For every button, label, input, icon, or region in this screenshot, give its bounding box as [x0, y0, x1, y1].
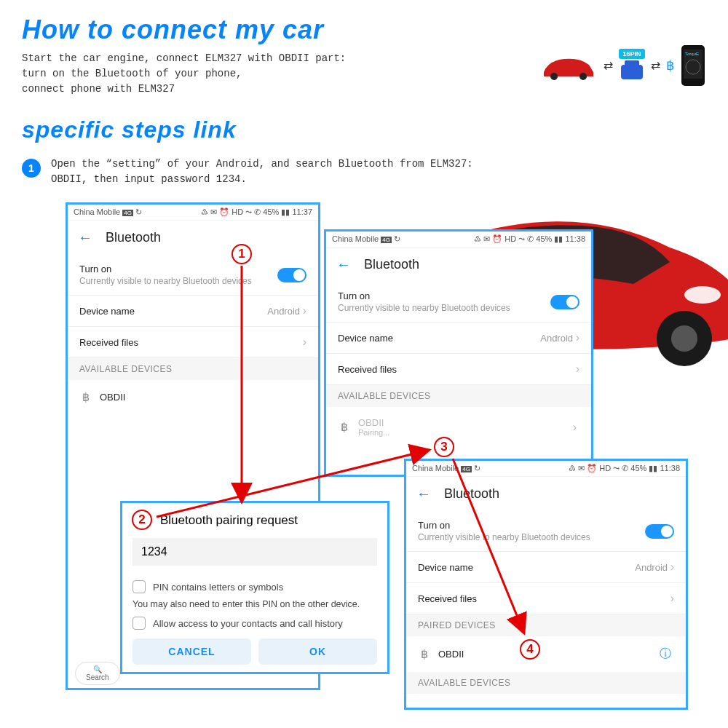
phone-icon: TorquE — [680, 44, 706, 87]
back-arrow-icon[interactable]: ← — [416, 486, 431, 502]
section-title: specific steps link — [22, 116, 237, 143]
bluetooth-toggle[interactable] — [645, 524, 674, 539]
device-row-obdii-pairing[interactable]: ฿ OBDIIPairing... › — [326, 407, 591, 447]
available-devices-label: AVAILABLE DEVICES — [406, 672, 686, 694]
ok-button[interactable]: OK — [258, 638, 377, 665]
main-title: How to connect my car — [22, 15, 324, 45]
device-row-obdii[interactable]: ฿OBDII — [68, 380, 318, 414]
turn-on-row[interactable]: Turn onCurrently visible to nearby Bluet… — [326, 282, 591, 323]
svg-rect-7 — [621, 65, 643, 79]
back-arrow-icon[interactable]: ← — [78, 229, 92, 246]
status-bar: China Mobile 4G ↻ ♳ ✉ ⏰ HD ⤳ ✆ 45% ▮▮ 11… — [326, 232, 591, 248]
received-files-row[interactable]: Received files› — [326, 354, 591, 385]
device-name-row[interactable]: Device name Android › — [326, 323, 591, 354]
screen-header: ← Bluetooth — [406, 477, 686, 511]
svg-point-3 — [671, 325, 697, 352]
step-bullet: 1 — [22, 159, 41, 178]
device-row-obdii-paired[interactable]: ฿OBDII ⓘ — [406, 636, 686, 672]
annotation-circle-1: 1 — [232, 244, 252, 264]
bluetooth-icon: ฿ — [666, 58, 674, 74]
svg-point-6 — [579, 73, 587, 80]
annotation-circle-3: 3 — [434, 437, 454, 457]
search-icon: 🔍 — [93, 665, 102, 673]
screen-header: ← Bluetooth — [326, 248, 591, 282]
turn-on-row[interactable]: Turn on Currently visible to nearby Blue… — [68, 255, 318, 296]
annotation-circle-4: 4 — [520, 639, 540, 660]
step-text: Open the “setting” of your Android, and … — [51, 157, 473, 187]
connection-diagram: ⇄ 16PIN ⇄ ฿ TorquE — [539, 44, 706, 87]
pin-label: 16PIN — [619, 49, 644, 59]
device-name-row[interactable]: Device name Android › — [406, 552, 686, 583]
bidir-arrow-icon: ⇄ — [604, 63, 613, 68]
intro-text: Start the car engine, connect ELM327 wit… — [22, 51, 346, 97]
screen-title: Bluetooth — [106, 230, 161, 245]
checkbox-icon — [132, 580, 146, 593]
received-files-row[interactable]: Received files › — [68, 327, 318, 358]
bluetooth-icon: ฿ — [341, 420, 348, 434]
pin-input[interactable] — [132, 538, 377, 566]
checkbox-pin-letters[interactable]: PIN contains letters or symbols — [132, 580, 377, 593]
svg-point-4 — [684, 286, 721, 304]
obd-adapter-icon — [619, 60, 645, 82]
received-files-row[interactable]: Received files› — [406, 583, 686, 614]
paired-devices-label: PAIRED DEVICES — [406, 614, 686, 636]
annotation-circle-2: 2 — [132, 510, 152, 530]
bluetooth-icon: ฿ — [421, 647, 428, 661]
dialog-title: Bluetooth pairing request — [160, 513, 377, 528]
search-button[interactable]: 🔍 Search — [75, 662, 120, 685]
available-devices-label: AVAILABLE DEVICES — [68, 358, 318, 380]
bluetooth-toggle[interactable] — [550, 295, 579, 309]
car-icon — [539, 50, 598, 81]
svg-rect-8 — [625, 60, 639, 66]
pairing-dialog: Bluetooth pairing request PIN contains l… — [120, 501, 389, 674]
checkbox-allow-access[interactable]: Allow access to your contacts and call h… — [132, 617, 377, 630]
available-devices-label: AVAILABLE DEVICES — [326, 385, 591, 407]
svg-text:TorquE: TorquE — [685, 52, 699, 56]
cancel-button[interactable]: CANCEL — [132, 638, 251, 665]
screen-header: ← Bluetooth — [68, 221, 318, 255]
chevron-right-icon: › — [303, 336, 306, 349]
screenshot-2: China Mobile 4G ↻ ♳ ✉ ⏰ HD ⤳ ✆ 45% ▮▮ 11… — [324, 229, 593, 477]
checkbox-icon — [132, 617, 146, 630]
status-bar: China Mobile 4G ↻ ♳ ✉ ⏰ HD ⤳ ✆ 45% ▮▮ 11… — [68, 205, 318, 221]
screenshot-3: China Mobile 4G ↻ ♳ ✉ ⏰ HD ⤳ ✆ 45% ▮▮ 11… — [404, 459, 688, 710]
status-bar: China Mobile 4G ↻ ♳ ✉ ⏰ HD ⤳ ✆ 45% ▮▮ 11… — [406, 461, 686, 477]
bidir-arrow-icon: ⇄ — [651, 63, 660, 68]
info-icon[interactable]: ⓘ — [660, 646, 671, 662]
chevron-right-icon: › — [303, 304, 306, 317]
bluetooth-icon: ฿ — [82, 390, 90, 404]
bluetooth-toggle[interactable] — [277, 268, 306, 282]
back-arrow-icon[interactable]: ← — [336, 256, 351, 273]
dialog-hint: You may also need to enter this PIN on t… — [132, 599, 377, 609]
chevron-right-icon: › — [573, 421, 577, 434]
device-name-row[interactable]: Device name Android › — [68, 296, 318, 327]
svg-point-5 — [550, 73, 558, 80]
turn-on-row[interactable]: Turn onCurrently visible to nearby Bluet… — [406, 511, 686, 552]
